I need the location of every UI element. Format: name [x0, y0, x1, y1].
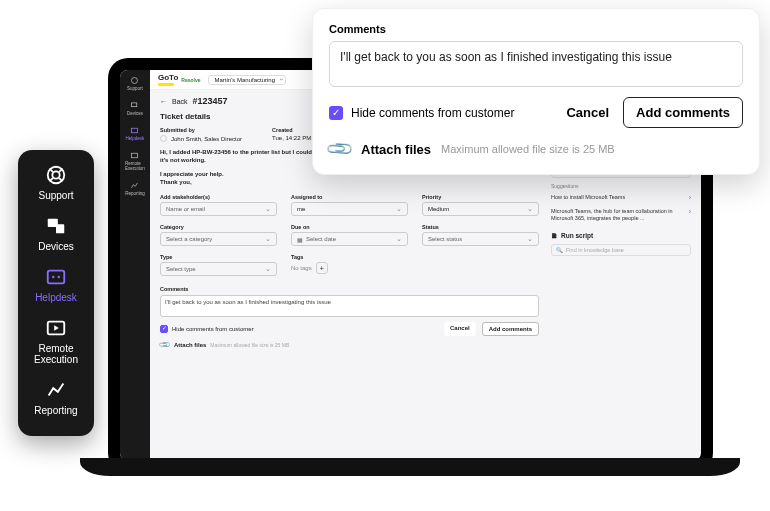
- assigned-label: Assigned to: [291, 194, 408, 200]
- submitted-by-label: Submitted by: [160, 127, 242, 133]
- chevron-right-icon: ›: [689, 194, 691, 203]
- popover-attach-link[interactable]: Attach files: [361, 142, 431, 157]
- terminal-icon: [45, 317, 67, 339]
- helpdesk-icon: [45, 266, 67, 288]
- script-icon: 🗎: [551, 232, 558, 239]
- svg-point-9: [52, 276, 54, 278]
- chevron-down-icon: ⌄: [265, 205, 271, 213]
- stakeholder-select[interactable]: Name or email⌄: [160, 202, 277, 216]
- status-select[interactable]: Select status⌄: [422, 232, 539, 246]
- svg-rect-16: [132, 153, 138, 158]
- chevron-down-icon: ⌄: [527, 205, 533, 213]
- hide-comments-checkbox[interactable]: [160, 325, 168, 333]
- comments-section: Comments Hide comments from customer Can…: [160, 286, 539, 349]
- product-tag: Resolve: [181, 77, 200, 83]
- svg-line-4: [50, 178, 53, 181]
- logo-text: GoTo: [158, 73, 178, 82]
- org-selector[interactable]: Martin's Manufacturing: [208, 75, 286, 85]
- popover-hide-checkbox[interactable]: ✓: [329, 106, 343, 120]
- nav-devices[interactable]: Devices: [38, 215, 74, 252]
- popover-attach-hint: Maximum allowed file size is 25 MB: [441, 143, 615, 155]
- ticket-number: #123457: [193, 96, 228, 106]
- chevron-down-icon: ⌄: [265, 265, 271, 273]
- category-select[interactable]: Select a category⌄: [160, 232, 277, 246]
- suggestions-label: Suggestions: [551, 183, 691, 189]
- script-section: 🗎Run script 🔍Find in knowledge base: [551, 232, 691, 256]
- svg-rect-14: [132, 103, 137, 107]
- svg-marker-12: [54, 325, 59, 331]
- popover-cancel-button[interactable]: Cancel: [566, 105, 609, 120]
- script-title: Run script: [561, 232, 593, 239]
- popover-textarea[interactable]: I'll get back to you as soon as I finish…: [329, 41, 743, 87]
- stakeholder-label: Add stakeholder(s): [160, 194, 277, 200]
- type-select[interactable]: Select type⌄: [160, 262, 277, 276]
- submitted-by: John Smith, Sales Director: [171, 136, 242, 142]
- nav-devices-label: Devices: [38, 241, 74, 252]
- cancel-button[interactable]: Cancel: [444, 322, 476, 336]
- ticket-form: Add stakeholder(s) Name or email⌄ Assign…: [160, 194, 539, 276]
- avatar: [160, 135, 167, 142]
- back-link[interactable]: Back: [172, 98, 188, 105]
- attach-files-link[interactable]: Attach files: [174, 342, 206, 348]
- nav-helpdesk-label: Helpdesk: [35, 292, 77, 303]
- svg-rect-7: [56, 224, 64, 233]
- type-label: Type: [160, 254, 277, 260]
- svg-rect-8: [48, 271, 65, 284]
- popover-add-button[interactable]: Add comments: [623, 97, 743, 128]
- chevron-down-icon: ⌄: [527, 235, 533, 243]
- tags-label: Tags: [291, 254, 408, 260]
- svg-line-3: [59, 169, 62, 172]
- chevron-down-icon: ⌄: [265, 235, 271, 243]
- priority-label: Priority: [422, 194, 539, 200]
- nav-reporting[interactable]: Reporting: [34, 379, 77, 416]
- nav-remote-exec[interactable]: Remote Execution: [34, 317, 78, 365]
- script-search-input[interactable]: 🔍Find in knowledge base: [551, 244, 691, 256]
- devices-icon: [45, 215, 67, 237]
- svg-point-13: [132, 78, 138, 84]
- side-support[interactable]: Support: [127, 76, 143, 91]
- priority-select[interactable]: Medium⌄: [422, 202, 539, 216]
- comments-label: Comments: [160, 286, 539, 292]
- nav-remote-label: Remote Execution: [34, 343, 78, 365]
- add-comments-button[interactable]: Add comments: [482, 322, 539, 336]
- logo: GoTo Resolve: [158, 73, 200, 86]
- tags-text: No tags: [291, 265, 312, 271]
- chevron-down-icon: ⌄: [396, 205, 402, 213]
- status-label: Status: [422, 224, 539, 230]
- app-sidebar: Support Devices Helpdesk Remote Executio…: [120, 70, 150, 461]
- attach-hint: Maximum allowed file size is 25 MB: [210, 342, 289, 348]
- side-reporting[interactable]: Reporting: [125, 181, 145, 196]
- nav-support-label: Support: [38, 190, 73, 201]
- kb-suggestion[interactable]: How to install Microsoft Teams›: [551, 194, 691, 203]
- chevron-right-icon: ›: [689, 208, 691, 217]
- category-label: Category: [160, 224, 277, 230]
- logo-underline: [158, 83, 174, 86]
- nav-reporting-label: Reporting: [34, 405, 77, 416]
- due-date-input[interactable]: ▦Select date⌄: [291, 232, 408, 246]
- laptop-base: [80, 458, 740, 476]
- paperclip-icon: 📎: [158, 338, 171, 351]
- popover-label: Comments: [329, 23, 743, 35]
- svg-line-5: [59, 178, 62, 181]
- side-devices[interactable]: Devices: [127, 101, 143, 116]
- comments-textarea[interactable]: [160, 295, 539, 317]
- chevron-down-icon: ⌄: [396, 235, 402, 243]
- svg-point-10: [58, 276, 60, 278]
- add-tag-button[interactable]: +: [316, 262, 328, 274]
- calendar-icon: ▦: [297, 236, 303, 243]
- hide-comments-label: Hide comments from customer: [172, 326, 254, 332]
- svg-point-1: [52, 171, 59, 178]
- nav-helpdesk[interactable]: Helpdesk: [35, 266, 77, 303]
- back-arrow-icon[interactable]: ←: [160, 98, 167, 105]
- comments-popover: Comments I'll get back to you as soon as…: [312, 8, 760, 175]
- svg-line-2: [50, 169, 53, 172]
- nav-support[interactable]: Support: [38, 164, 73, 201]
- search-icon: 🔍: [556, 247, 563, 253]
- due-label: Due on: [291, 224, 408, 230]
- assigned-select[interactable]: me⌄: [291, 202, 408, 216]
- kb-suggestion[interactable]: Microsoft Teams, the hub for team collab…: [551, 208, 691, 222]
- side-remote[interactable]: Remote Execution: [125, 151, 145, 171]
- reporting-icon: [45, 379, 67, 401]
- side-helpdesk[interactable]: Helpdesk: [126, 126, 145, 141]
- headset-icon: [45, 164, 67, 186]
